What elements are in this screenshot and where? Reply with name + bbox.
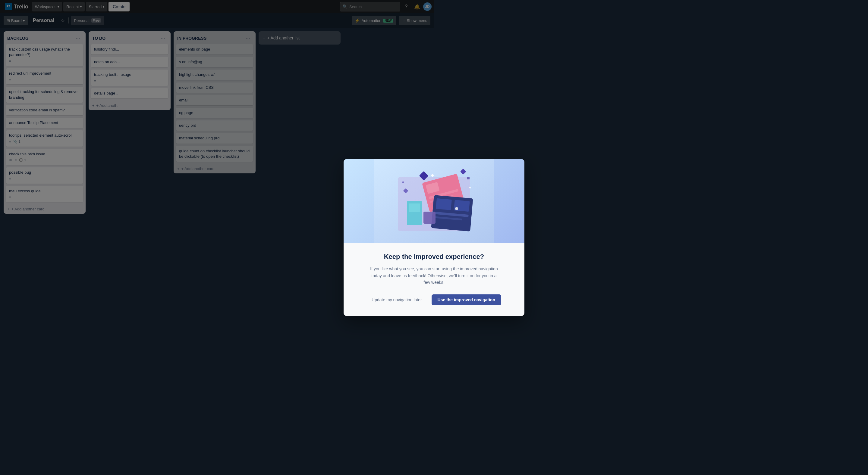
svg-rect-15	[424, 212, 434, 224]
modal-overlay[interactable]: Keep the improved experience? If you lik…	[0, 0, 434, 238]
svg-rect-23	[402, 181, 404, 183]
svg-rect-14	[409, 203, 420, 212]
svg-point-19	[431, 174, 434, 177]
modal-dialog: Keep the improved experience? If you lik…	[344, 159, 434, 238]
modal-illustration-svg	[374, 159, 434, 238]
modal-illustration-area	[344, 159, 434, 238]
